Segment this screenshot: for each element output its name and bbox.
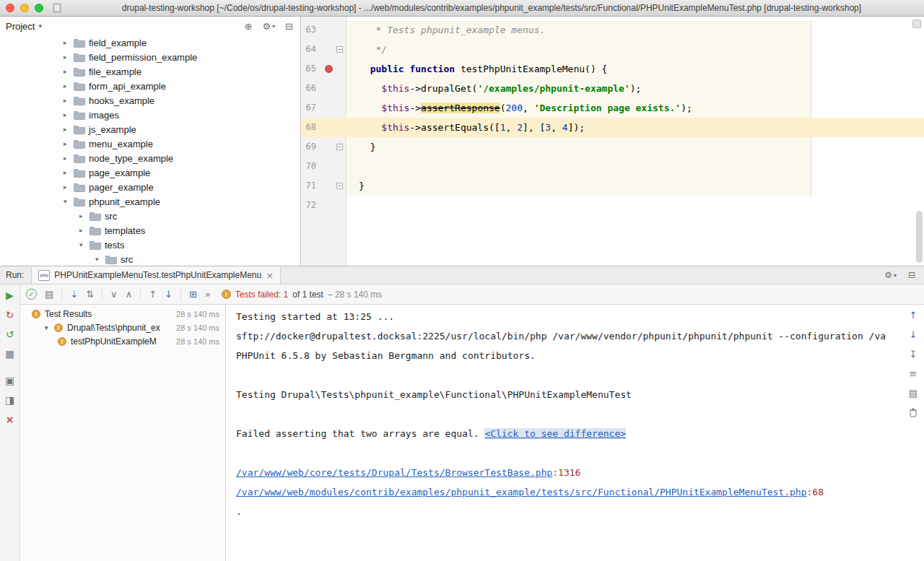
project-item-js_example[interactable]: ▸js_example: [0, 122, 300, 136]
project-item-templates[interactable]: ▸templates: [0, 223, 300, 238]
editor-scrollbar[interactable]: [916, 211, 923, 263]
stop-button[interactable]: ■: [5, 348, 14, 360]
project-item-page_example[interactable]: ▸page_example: [0, 165, 300, 180]
project-item-hooks_example[interactable]: ▸hooks_example: [0, 93, 300, 108]
project-item-pager_example[interactable]: ▸pager_example: [0, 180, 300, 194]
run-settings-button[interactable]: ⚙ ▾: [884, 270, 897, 280]
chevron-down-icon[interactable]: ▾: [64, 198, 74, 205]
chevron-down-icon[interactable]: ▾: [95, 256, 105, 263]
code-text: [346, 196, 359, 215]
down-stack-trace-icon[interactable]: ↓: [910, 329, 918, 340]
test-console[interactable]: Testing started at 13:25 ...sftp://docke…: [226, 305, 924, 561]
chevron-right-icon[interactable]: ▸: [64, 97, 74, 104]
clear-console-icon[interactable]: [909, 407, 918, 419]
chevron-right-icon[interactable]: ▸: [79, 212, 90, 219]
zoom-window-button[interactable]: [35, 4, 43, 12]
project-item-file_example[interactable]: ▸file_example: [0, 64, 300, 79]
up-stack-trace-icon[interactable]: ↑: [910, 310, 918, 321]
chevron-right-icon[interactable]: ▸: [64, 140, 74, 147]
scroll-to-end-icon[interactable]: ↧: [910, 349, 918, 360]
chevron-right-icon[interactable]: ▸: [64, 169, 74, 176]
chevron-right-icon[interactable]: ▸: [64, 68, 74, 75]
project-item-src[interactable]: ▸src: [0, 209, 300, 223]
project-item-phpunit_example[interactable]: ▾phpunit_example: [0, 194, 300, 209]
project-item-field_example[interactable]: ▸field_example: [0, 35, 300, 50]
difference-link[interactable]: <Click to see difference>: [484, 428, 626, 439]
sort-alphabetically-icon[interactable]: ⇅: [86, 289, 94, 300]
status-failed-text: Tests failed: 1: [235, 290, 288, 300]
code-line-67[interactable]: 67 $this->assertResponse(200, 'Descripti…: [301, 98, 924, 118]
rerun-failed-tests-button[interactable]: ↻: [6, 309, 14, 321]
project-settings-button[interactable]: ⚙ ▾: [262, 21, 275, 32]
code-line-69[interactable]: 69− }: [301, 137, 924, 157]
chevron-down-icon[interactable]: ▾: [45, 324, 54, 331]
import-tests-icon[interactable]: ⊞: [189, 289, 197, 300]
close-tab-icon[interactable]: ×: [266, 270, 274, 281]
close-run-panel-button[interactable]: ×: [6, 414, 14, 425]
fold-marker-icon[interactable]: −: [336, 46, 343, 53]
project-item-menu_example[interactable]: ▸menu_example: [0, 136, 300, 151]
fold-marker-icon[interactable]: −: [336, 144, 343, 150]
locate-file-icon[interactable]: ⊕: [245, 21, 253, 32]
run-tab[interactable]: php PHPUnitExampleMenuTest.testPhpUnitEx…: [31, 266, 281, 284]
collapse-all-icon[interactable]: ∧: [126, 289, 133, 300]
chevron-right-icon[interactable]: ▸: [64, 39, 74, 46]
detach-panel-button[interactable]: ◨: [5, 394, 14, 406]
code-line-71[interactable]: 71−}: [301, 176, 924, 196]
console-output: Testing started at 13:25 ...sftp://docke…: [226, 305, 902, 561]
sort-by-duration-icon[interactable]: ⇣: [70, 289, 78, 300]
project-item-images[interactable]: ▸images: [0, 108, 300, 122]
fold-marker-icon[interactable]: −: [336, 183, 343, 189]
code-line-66[interactable]: 66 $this->drupalGet('/examples/phpunit-e…: [301, 79, 924, 98]
restore-layout-button[interactable]: ▣: [5, 375, 14, 386]
console-line: PHPUnit 6.5.8 by Sebastian Bergmann and …: [236, 346, 902, 365]
stack-file-link[interactable]: /var/www/web/modules/contrib/examples/ph…: [236, 487, 807, 497]
show-ignored-icon[interactable]: ▤: [45, 289, 53, 300]
close-window-button[interactable]: [6, 4, 14, 12]
print-icon[interactable]: ▤: [909, 388, 918, 399]
chevron-right-icon[interactable]: ▸: [64, 183, 74, 191]
code-line-64[interactable]: 64− */: [301, 40, 924, 59]
test-tree-item[interactable]: !testPhpUnitExampleM28 s 140 ms: [20, 334, 225, 348]
code-line-63[interactable]: 63 * Tests phpunit_example menus.: [301, 20, 924, 40]
failed-test-marker-icon[interactable]: [325, 65, 333, 73]
chevron-right-icon[interactable]: ▸: [64, 155, 74, 162]
test-tree-item[interactable]: !Test Results28 s 140 ms: [20, 307, 225, 321]
minimize-window-button[interactable]: [20, 4, 29, 12]
code-editor[interactable]: 63 * Tests phpunit_example menus.64− */6…: [301, 17, 924, 266]
code-text: $this->drupalGet('/examples/phpunit-exam…: [346, 79, 641, 98]
hide-panel-icon[interactable]: ⊟: [285, 21, 293, 32]
toggle-auto-test-button[interactable]: ↺: [6, 329, 14, 340]
next-failed-test-icon[interactable]: ↓: [165, 289, 173, 300]
chevron-right-icon[interactable]: ▸: [79, 227, 90, 234]
code-line-68[interactable]: 68 $this->assertEquals([1, 2], [3, 4]);: [301, 118, 924, 137]
console-text: Testing started at 13:25 ...: [236, 311, 394, 322]
rerun-button[interactable]: ▶: [6, 290, 14, 301]
code-line-70[interactable]: 70: [301, 157, 924, 176]
show-passed-icon[interactable]: ✓: [26, 289, 37, 300]
code-line-72[interactable]: 72: [301, 196, 924, 215]
chevron-right-icon[interactable]: ▸: [64, 111, 74, 118]
project-item-label: menu_example: [89, 139, 153, 149]
project-panel-title[interactable]: Project: [6, 21, 35, 32]
previous-failed-test-icon[interactable]: ↑: [149, 289, 157, 300]
inspections-widget[interactable]: [912, 19, 921, 28]
project-item-field_permission_example[interactable]: ▸field_permission_example: [0, 50, 300, 64]
chevron-down-icon[interactable]: ▾: [79, 241, 90, 248]
soft-wrap-icon[interactable]: ≡: [910, 368, 918, 379]
run-tab-strip: Run: php PHPUnitExampleMenuTest.testPhpU…: [0, 266, 924, 284]
stack-file-link[interactable]: /var/www/web/core/tests/Drupal/Tests/Bro…: [236, 467, 552, 478]
project-item-node_type_example[interactable]: ▸node_type_example: [0, 151, 300, 165]
project-item-form_api_example[interactable]: ▸form_api_example: [0, 79, 300, 93]
test-tree-item[interactable]: ▾!Drupal\Tests\phpunit_ex28 s 140 ms: [20, 321, 225, 334]
chevron-right-icon[interactable]: ▸: [64, 53, 74, 61]
project-item-tests[interactable]: ▾tests: [0, 238, 300, 252]
chevron-right-icon[interactable]: ▸: [64, 126, 74, 133]
chevron-right-icon[interactable]: ▸: [64, 82, 74, 90]
expand-all-icon[interactable]: ∨: [110, 289, 118, 300]
project-item-src[interactable]: ▾src: [0, 252, 300, 266]
more-actions-icon[interactable]: »: [205, 289, 211, 300]
chevron-down-icon[interactable]: ▾: [38, 22, 42, 30]
code-line-65[interactable]: 65 public function testPhpUnitExampleMen…: [301, 59, 924, 79]
hide-tool-window-icon[interactable]: ⊟: [908, 270, 915, 280]
